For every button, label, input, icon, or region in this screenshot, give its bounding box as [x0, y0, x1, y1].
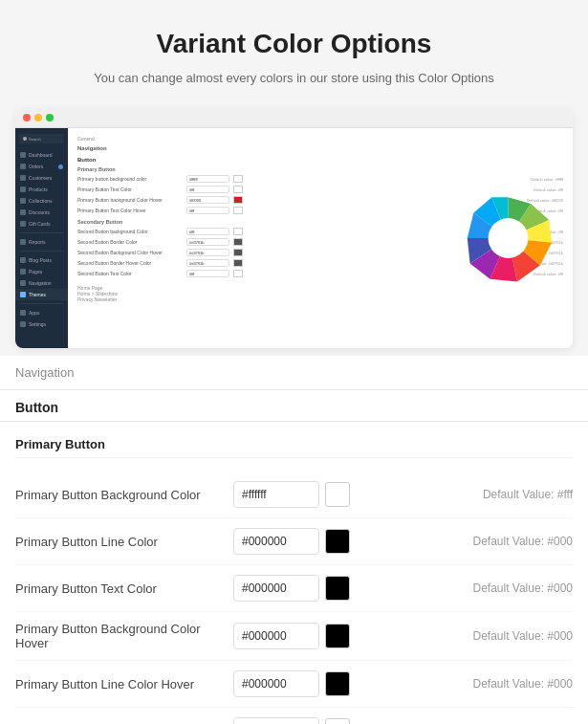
preview-swatch-secondary-bghover: [233, 249, 243, 256]
preview-input-secondary-bghover[interactable]: [186, 249, 229, 256]
default-value-2: Default Value: #000: [472, 581, 573, 595]
preview-row-primary-bg: Primary button background color Default …: [77, 175, 563, 183]
page-subtitle: You can change almost every colors in ou…: [0, 71, 588, 85]
preview-sidebar-item-orders: Orders: [15, 161, 68, 172]
color-input-3[interactable]: [233, 623, 319, 649]
color-row-2: Primary Button Text Color Default Value:…: [15, 565, 573, 612]
sidebar-label: Customers: [29, 175, 52, 181]
preview-input-primary-text[interactable]: [186, 186, 229, 193]
default-value-1: Default Value: #000: [472, 535, 573, 548]
color-input-group-5: [233, 717, 350, 724]
preview-sidebar-item-reports: Reports: [15, 236, 68, 248]
sidebar-icon: [20, 310, 26, 316]
preview-sidebar-item-customers: Customers: [15, 172, 68, 184]
sidebar-label: Products: [29, 186, 48, 192]
search-dot: [23, 137, 27, 141]
preview-input-secondary-bg[interactable]: [186, 228, 229, 235]
preview-sidebar-item-products: Products: [15, 184, 68, 195]
primary-button-section-title: Primary Button: [15, 437, 573, 458]
color-input-4[interactable]: [233, 670, 319, 697]
color-swatch-1: [325, 529, 350, 554]
sidebar-icon: [20, 164, 26, 169]
sidebar-icon: [20, 186, 26, 192]
default-value-4: Default Value: #000: [472, 677, 573, 691]
color-swatch-5: [325, 718, 350, 724]
sidebar-label: Blog Posts: [29, 257, 52, 263]
preview-swatch-primary-bghover: [233, 196, 243, 204]
color-row-0: Primary Button Background Color Default …: [15, 472, 573, 518]
preview-breadcrumb: General: [77, 136, 563, 142]
preview-swatch-secondary-borderhover: [233, 259, 243, 267]
preview-input-secondary-borderhover[interactable]: [186, 259, 229, 267]
color-swatch-0: [325, 482, 350, 507]
sidebar-label: Collections: [29, 198, 52, 204]
preview-input-primary-texthover[interactable]: [186, 207, 229, 214]
sidebar-icon: [20, 209, 26, 215]
preview-sidebar-item-giftcards: Gift Cards: [15, 218, 68, 230]
preview-swatch-secondary-border: [233, 238, 243, 246]
preview-search: Search: [19, 134, 64, 143]
preview-sidebar-item-settings: Settings: [15, 318, 68, 330]
sidebar-icon: [20, 239, 26, 245]
color-swatch-3: [325, 624, 350, 648]
page-title: Variant Color Options: [0, 29, 588, 59]
sidebar-label: Navigation: [29, 280, 52, 286]
sidebar-divider: [20, 232, 63, 233]
preview-sidebar-item-dashboard: Dashboard: [15, 149, 68, 161]
color-input-group-2: [233, 575, 350, 602]
color-swatch-2: [325, 576, 350, 601]
color-input-group-0: [233, 481, 350, 508]
sidebar-label: Pages: [29, 269, 42, 274]
color-row-3: Primary Button Background Color Hover De…: [15, 612, 573, 661]
preview-sidebar-item-blogposts: Blog Posts: [15, 254, 68, 266]
sidebar-label: Themes: [29, 292, 46, 297]
sidebar-label: Discounts: [29, 209, 50, 215]
color-wheel: [463, 193, 554, 284]
sidebar-icon: [20, 198, 26, 204]
sidebar-divider-2: [20, 251, 63, 252]
sidebar-icon: [20, 257, 26, 263]
preview-swatch-secondary-text: [233, 270, 243, 277]
color-input-5[interactable]: [233, 717, 319, 724]
sidebar-label: Orders: [29, 164, 43, 169]
content-area: Primary Button Primary Button Background…: [0, 422, 588, 724]
color-row-label-3: Primary Button Background Color Hover: [15, 622, 226, 650]
preview-input-secondary-text[interactable]: [186, 270, 229, 277]
color-input-group-4: [233, 670, 350, 697]
preview-swatch-primary-bg: [233, 175, 243, 183]
color-swatch-4: [325, 671, 350, 696]
sidebar-label: Apps: [29, 310, 39, 316]
default-value-0: Default Value: #fff: [483, 488, 573, 501]
nav-label: Navigation: [15, 365, 74, 380]
sidebar-label: Gift Cards: [29, 221, 51, 227]
preview-screenshot: Search Dashboard Orders Customers: [15, 108, 573, 348]
preview-sidebar-item-discounts: Discounts: [15, 207, 68, 218]
color-input-group-1: [233, 528, 350, 555]
sidebar-icon: [20, 221, 26, 227]
sidebar-divider-3: [20, 303, 63, 304]
preview-sidebar-item-themes: Themes: [15, 289, 68, 300]
preview-input-primary-bghover[interactable]: [186, 196, 229, 204]
browser-bar: [15, 108, 573, 128]
color-input-group-3: [233, 623, 350, 649]
preview-sidebar-item-apps: Apps: [15, 307, 68, 318]
sidebar-icon: [20, 280, 26, 286]
sidebar-icon: [20, 269, 26, 274]
preview-input-secondary-border[interactable]: [186, 238, 229, 246]
sidebar-icon: [20, 175, 26, 181]
color-row-1: Primary Button Line Color Default Value:…: [15, 518, 573, 565]
color-row-4: Primary Button Line Color Hover Default …: [15, 661, 573, 708]
sidebar-label: Dashboard: [29, 152, 52, 158]
color-input-1[interactable]: [233, 528, 319, 555]
nav-section: Navigation: [0, 356, 588, 390]
preview-sidebar-item-collections: Collections: [15, 195, 68, 207]
sidebar-label: Settings: [29, 321, 46, 327]
color-input-2[interactable]: [233, 575, 319, 602]
browser-dot-red: [23, 114, 31, 121]
color-row-label-4: Primary Button Line Color Hover: [15, 677, 226, 691]
color-input-0[interactable]: [233, 481, 319, 508]
section-header-text: Button: [15, 400, 58, 415]
preview-input-primary-bg[interactable]: [186, 175, 229, 183]
preview-sidebar: Search Dashboard Orders Customers: [15, 128, 68, 348]
browser-dot-green: [46, 114, 54, 121]
